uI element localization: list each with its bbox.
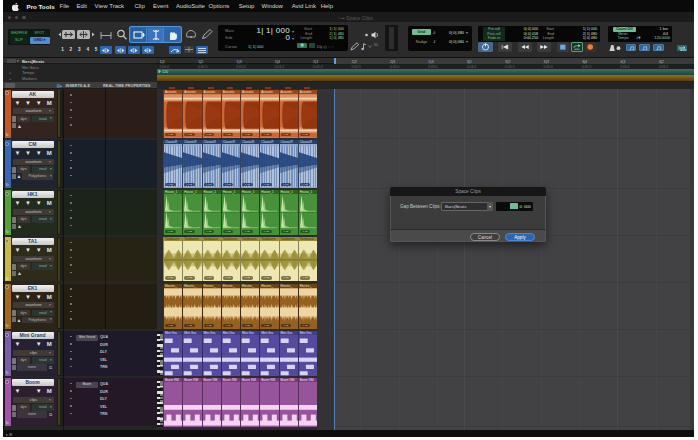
svg-text:120: 120 xyxy=(162,70,168,74)
